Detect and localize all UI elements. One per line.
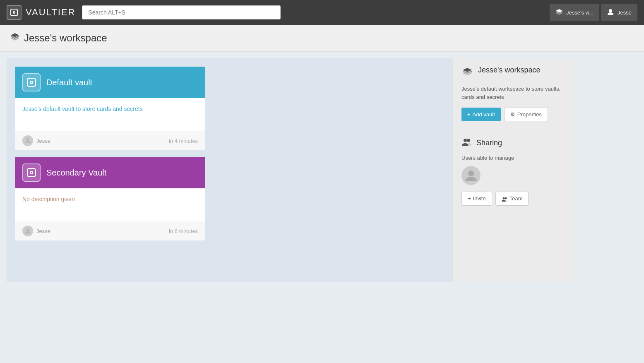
vault-time-default: in 4 minutes: [169, 138, 198, 144]
vault-user-secondary: Jesse: [36, 228, 50, 234]
sharing-header: Sharing: [461, 137, 565, 149]
svg-point-17: [26, 228, 29, 231]
vault-name-secondary: Secondary Vault: [46, 168, 106, 178]
user-button[interactable]: Jesse: [601, 4, 637, 21]
logo-text: VAULTIER: [26, 7, 75, 18]
logo[interactable]: VAULTIER: [7, 5, 75, 20]
vault-user-default: Jesse: [36, 138, 50, 144]
vault-footer-user-default: Jesse: [22, 135, 50, 146]
invite-button[interactable]: + Invite: [461, 192, 492, 206]
user-button-label: Jesse: [618, 10, 632, 16]
vaults-column: Default vault Jesse's default vault to s…: [7, 58, 453, 282]
sharing-icon: [461, 137, 472, 149]
sharing-subtitle: Users able to manage: [461, 155, 565, 161]
properties-label: Properties: [517, 111, 542, 118]
properties-button[interactable]: ⚙ Properties: [504, 108, 548, 121]
vault-description-default: Jesse's default vault to store cards and…: [22, 106, 198, 112]
avatar-default: [22, 135, 33, 146]
main-content: Default vault Jesse's default vault to s…: [0, 52, 579, 288]
vault-card-body-default: Jesse's default vault to store cards and…: [15, 98, 205, 131]
svg-point-6: [609, 9, 612, 12]
sharing-title: Sharing: [476, 139, 502, 147]
search-container: [82, 5, 281, 19]
svg-point-23: [468, 171, 474, 176]
header-right: Jesse's w... Jesse: [550, 4, 637, 21]
sharing-actions: + Invite Team: [461, 192, 565, 206]
logo-icon: [7, 5, 22, 20]
vault-card-default[interactable]: Default vault Jesse's default vault to s…: [15, 67, 205, 150]
vault-icon-secondary: [22, 163, 41, 182]
sharing-section: Sharing Users able to manage + Invite: [453, 129, 573, 213]
vault-card-header-default: Default vault: [15, 67, 205, 98]
sidebar-workspace-header: Jesse's workspace: [461, 66, 565, 80]
svg-point-16: [31, 172, 32, 173]
svg-point-24: [502, 197, 505, 199]
user-avatar-icon: [607, 8, 614, 17]
search-input[interactable]: [82, 5, 281, 19]
add-vault-button[interactable]: + Add vault: [461, 108, 501, 121]
svg-point-22: [467, 139, 470, 142]
sidebar-actions: + Add vault ⚙ Properties: [461, 108, 565, 121]
avatar-secondary: [22, 226, 33, 236]
sidebar-workspace-title: Jesse's workspace: [478, 66, 541, 75]
sidebar-workspace-section: Jesse's workspace Jesse's default worksp…: [453, 58, 573, 129]
user-avatar-large: [461, 166, 481, 185]
vault-description-secondary: No description given: [22, 196, 198, 202]
invite-label: Invite: [473, 195, 486, 202]
page-header: Jesse's workspace: [0, 25, 644, 52]
svg-point-21: [464, 139, 467, 142]
workspace-button-label: Jesse's w...: [566, 10, 594, 16]
vault-time-secondary: in 6 minutes: [169, 228, 198, 234]
add-vault-label: Add vault: [473, 111, 495, 118]
vault-card-secondary[interactable]: Secondary Vault No description given Jes…: [15, 157, 205, 240]
sidebar-panel: Jesse's workspace Jesse's default worksp…: [453, 58, 573, 282]
app-header: VAULTIER Jesse's w... Jesse: [0, 0, 644, 25]
sidebar-layers-icon: [461, 66, 473, 80]
vault-card-body-secondary: No description given: [15, 188, 205, 221]
svg-point-13: [26, 138, 29, 141]
vault-card-footer-default: Jesse in 4 minutes: [15, 131, 205, 150]
team-icon: [502, 195, 507, 202]
gear-icon: ⚙: [510, 111, 515, 118]
svg-point-2: [14, 12, 14, 13]
vault-icon-default: [22, 73, 41, 91]
vault-footer-user-secondary: Jesse: [22, 226, 50, 236]
svg-point-25: [505, 197, 507, 199]
vault-card-header-secondary: Secondary Vault: [15, 157, 205, 188]
team-button[interactable]: Team: [495, 192, 529, 206]
workspace-button[interactable]: Jesse's w...: [550, 4, 599, 21]
invite-plus-icon: +: [468, 195, 471, 202]
team-label: Team: [509, 195, 523, 202]
svg-point-12: [31, 82, 32, 83]
vault-name-default: Default vault: [46, 78, 92, 87]
vault-card-footer-secondary: Jesse in 6 minutes: [15, 221, 205, 240]
sidebar-workspace-description: Jesse's default workspace to store vault…: [461, 85, 565, 101]
layers-icon: [555, 8, 563, 17]
page-header-icon: [10, 32, 20, 44]
plus-icon: +: [467, 111, 471, 118]
page-title: Jesse's workspace: [24, 32, 107, 44]
